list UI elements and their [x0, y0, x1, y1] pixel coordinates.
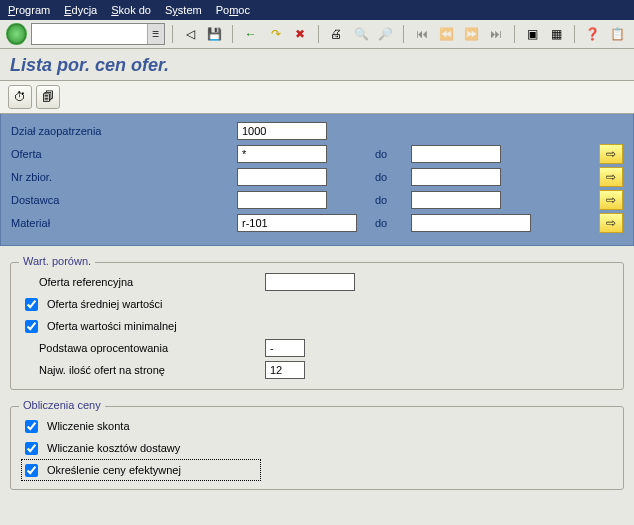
layout-icon[interactable]: ▦	[546, 23, 567, 45]
find-icon: 🔍	[351, 23, 372, 45]
menu-program[interactable]: PProgramrogram	[8, 4, 50, 16]
label-dostawca-to: do	[375, 194, 405, 206]
field-ref[interactable]	[265, 273, 355, 291]
cancel-red-icon[interactable]: ✖	[290, 23, 311, 45]
selection-block: Dział zaopatrzenia Oferta do ⇨ Nr zbior.…	[0, 114, 634, 246]
label-oferta-to: do	[375, 148, 405, 160]
field-nrzbior-from[interactable]	[237, 168, 327, 186]
command-field[interactable]: ☰	[31, 23, 165, 45]
multisel-dostawca-button[interactable]: ⇨	[599, 190, 623, 210]
field-oferta-to[interactable]	[411, 145, 501, 163]
label-nrzbior: Nr zbior.	[11, 171, 231, 183]
field-oferta-from[interactable]	[237, 145, 327, 163]
field-material-from[interactable]	[237, 214, 357, 232]
toolbar-sep	[403, 25, 404, 43]
find-next-icon: 🔎	[376, 23, 397, 45]
save-icon[interactable]: 💾	[205, 23, 226, 45]
title-area: Lista por. cen ofer.	[0, 49, 634, 81]
label-base: Podstawa oprocentowania	[39, 342, 259, 354]
help-icon[interactable]: ❓	[582, 23, 603, 45]
back-icon[interactable]: ◁	[180, 23, 201, 45]
field-dostawca-from[interactable]	[237, 191, 327, 209]
label-dzial: Dział zaopatrzenia	[11, 125, 231, 137]
menu-system[interactable]: System	[165, 4, 202, 16]
label-ref: Oferta referencyjna	[39, 276, 259, 288]
field-material-to[interactable]	[411, 214, 531, 232]
execute-button[interactable]: ⏱	[8, 85, 32, 109]
label-efekt: Określenie ceny efektywnej	[47, 464, 247, 476]
label-maxoffers: Najw. ilość ofert na stronę	[39, 364, 259, 376]
group-obliczenia-ceny-title: Obliczenia ceny	[19, 399, 105, 411]
field-dostawca-to[interactable]	[411, 191, 501, 209]
prev-page-icon: ⏪	[436, 23, 457, 45]
local-menu-icon[interactable]: 📋	[607, 23, 628, 45]
chk-skonto[interactable]	[25, 420, 38, 433]
multisel-oferta-button[interactable]: ⇨	[599, 144, 623, 164]
chk-dostawy[interactable]	[25, 442, 38, 455]
toolbar-sep	[318, 25, 319, 43]
menu-skokdo[interactable]: Skok do	[111, 4, 151, 16]
group-wart-porown-title: Wart. porówn.	[19, 255, 95, 267]
field-base[interactable]	[265, 339, 305, 357]
chk-avg[interactable]	[25, 298, 38, 311]
multisel-material-button[interactable]: ⇨	[599, 213, 623, 233]
menu-edycja[interactable]: Edycja	[64, 4, 97, 16]
standard-toolbar: ☰ ◁ 💾 ← ↷ ✖ 🖨 🔍 🔎 ⏮ ⏪ ⏩ ⏭ ▣ ▦ ❓ 📋	[0, 20, 634, 49]
label-dostawy: Wliczanie kosztów dostawy	[47, 442, 247, 454]
label-dostawca: Dostawca	[11, 194, 231, 206]
last-page-icon: ⏭	[486, 23, 507, 45]
label-nrzbior-to: do	[375, 171, 405, 183]
up-yellow-icon[interactable]: ↷	[265, 23, 286, 45]
group-wart-porown: Wart. porówn. Oferta referencyjna Oferta…	[10, 262, 624, 390]
print-icon[interactable]: 🖨	[326, 23, 347, 45]
first-page-icon: ⏮	[411, 23, 432, 45]
page-title: Lista por. cen ofer.	[10, 55, 624, 76]
application-toolbar: ⏱ 🗐	[0, 81, 634, 114]
field-maxoffers[interactable]	[265, 361, 305, 379]
field-nrzbior-to[interactable]	[411, 168, 501, 186]
label-min: Oferta wartości minimalnej	[47, 320, 247, 332]
multisel-nrzbior-button[interactable]: ⇨	[599, 167, 623, 187]
label-oferta: Oferta	[11, 148, 231, 160]
label-avg: Oferta średniej wartości	[47, 298, 247, 310]
chk-efekt[interactable]	[25, 464, 38, 477]
toolbar-sep	[172, 25, 173, 43]
get-variant-button[interactable]: 🗐	[36, 85, 60, 109]
label-skonto: Wliczenie skonta	[47, 420, 247, 432]
label-material: Materiał	[11, 217, 231, 229]
menu-pomoc[interactable]: Pomoc	[216, 4, 250, 16]
menubar: PProgramrogram Edycja Skok do System Pom…	[0, 0, 634, 20]
label-material-to: do	[375, 217, 405, 229]
new-session-icon[interactable]: ▣	[522, 23, 543, 45]
back-green-icon[interactable]: ←	[240, 23, 261, 45]
toolbar-sep	[514, 25, 515, 43]
ok-icon[interactable]	[6, 23, 27, 45]
next-page-icon: ⏩	[461, 23, 482, 45]
group-obliczenia-ceny: Obliczenia ceny Wliczenie skonta Wliczan…	[10, 406, 624, 490]
chk-min[interactable]	[25, 320, 38, 333]
toolbar-sep	[574, 25, 575, 43]
toolbar-sep	[232, 25, 233, 43]
command-dropdown-icon[interactable]: ☰	[147, 24, 164, 44]
field-dzial[interactable]	[237, 122, 327, 140]
